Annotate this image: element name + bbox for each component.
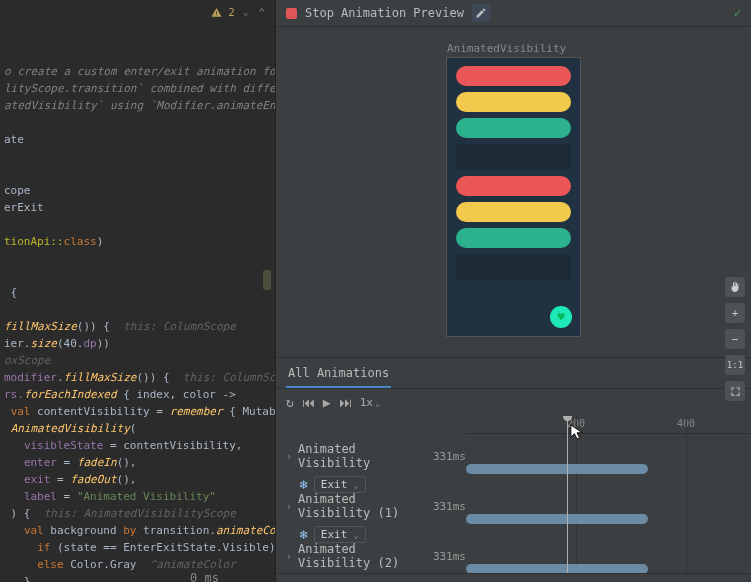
track-name: Animated Visibility xyxy=(298,442,427,470)
state-dropdown[interactable]: Exit ⌄ xyxy=(314,526,366,543)
editor-inspection-bar: 2 ⌄ ⌃ xyxy=(201,0,275,25)
chevron-right-icon: › xyxy=(286,551,292,562)
anim-tabbar: All Animations xyxy=(276,358,751,389)
timeline[interactable]: 2004006008001000 ›Animated Visibility331… xyxy=(276,416,751,573)
fab-favorite[interactable]: ♥ xyxy=(550,306,572,328)
freeze-button[interactable]: ❄ xyxy=(300,527,308,542)
tab-all-animations[interactable]: All Animations xyxy=(286,360,391,388)
playback-controls: ↻ ⏮ ▶ ⏭ 1x⌄ xyxy=(276,389,751,416)
zoom-reset-button[interactable]: 1:1 xyxy=(725,355,745,375)
track-name: Animated Visibility (2) xyxy=(298,542,427,570)
pan-tool-button[interactable] xyxy=(725,277,745,297)
color-bar xyxy=(456,254,571,280)
track-duration: 331ms xyxy=(433,500,466,513)
preview-title[interactable]: Stop Animation Preview xyxy=(305,6,464,20)
play-button[interactable]: ▶ xyxy=(323,395,331,410)
restart-button[interactable]: ↻ xyxy=(286,395,294,410)
fold-marker[interactable] xyxy=(263,270,271,290)
track-duration: 331ms xyxy=(433,450,466,463)
track-header[interactable]: ›Animated Visibility (1)331ms xyxy=(286,492,466,520)
warning-count: 2 xyxy=(228,4,235,21)
track: ›Animated Visibility (2)331ms❄Exit ⌄ xyxy=(286,542,466,573)
preview-canvas[interactable]: AnimatedVisibility ♥ + − 1:1 xyxy=(276,27,751,357)
color-bar xyxy=(456,144,571,170)
track-header[interactable]: ›Animated Visibility (2)331ms xyxy=(286,542,466,570)
timeline-bar[interactable] xyxy=(466,464,648,474)
zoom-in-button[interactable]: + xyxy=(725,303,745,323)
chevron-down-icon: ⌄ xyxy=(375,398,380,408)
mouse-cursor xyxy=(570,424,584,442)
status-ok-icon: ✓ xyxy=(734,6,741,20)
fit-screen-button[interactable] xyxy=(725,381,745,401)
skip-start-button[interactable]: ⏮ xyxy=(302,395,315,410)
footer-time-zero: 0 ms xyxy=(190,571,219,582)
device-label: AnimatedVisibility xyxy=(447,42,566,55)
track-name: Animated Visibility (1) xyxy=(298,492,427,520)
color-bar xyxy=(456,228,571,248)
color-bar xyxy=(456,66,571,86)
color-bar xyxy=(456,92,571,112)
hand-icon xyxy=(729,281,741,293)
freeze-button[interactable]: ❄ xyxy=(300,477,308,492)
pencil-icon xyxy=(475,7,487,19)
code-editor[interactable]: 2 ⌄ ⌃ o create a custom enter/exit anima… xyxy=(0,0,275,582)
device-frame: AnimatedVisibility ♥ xyxy=(446,57,581,337)
warning-icon xyxy=(211,7,222,18)
timeline-footer: 0 ms xyxy=(276,573,751,582)
preview-tool-column: + − 1:1 xyxy=(725,277,745,401)
chevron-right-icon: › xyxy=(286,501,292,512)
track: ›Animated Visibility331ms❄Exit ⌄ xyxy=(286,442,466,493)
color-bar xyxy=(456,202,571,222)
color-bar xyxy=(456,118,571,138)
playhead[interactable] xyxy=(567,416,568,573)
state-dropdown[interactable]: Exit ⌄ xyxy=(314,476,366,493)
chevron-down-icon: ⌄ xyxy=(353,530,358,540)
zoom-out-button[interactable]: − xyxy=(725,329,745,349)
chevron-down-icon[interactable]: ⌄ xyxy=(243,4,248,21)
chevron-right-icon: › xyxy=(286,451,292,462)
track-header[interactable]: ›Animated Visibility331ms xyxy=(286,442,466,470)
speed-dropdown[interactable]: 1x⌄ xyxy=(360,396,381,409)
heart-icon: ♥ xyxy=(557,310,564,324)
stop-icon[interactable] xyxy=(286,8,297,19)
track: ›Animated Visibility (1)331ms❄Exit ⌄ xyxy=(286,492,466,543)
skip-end-button[interactable]: ⏭ xyxy=(339,395,352,410)
preview-toolbar: Stop Animation Preview ✓ xyxy=(276,0,751,27)
animation-panel: All Animations ↻ ⏮ ▶ ⏭ 1x⌄ 2004006008001… xyxy=(276,357,751,582)
edit-button[interactable] xyxy=(472,4,490,22)
track-duration: 331ms xyxy=(433,550,466,563)
timeline-bar[interactable] xyxy=(466,514,648,524)
expand-icon xyxy=(730,386,741,397)
code-block: o create a custom enter/exit animation f… xyxy=(4,6,275,582)
chevron-down-icon: ⌄ xyxy=(353,480,358,490)
timeline-bar[interactable] xyxy=(466,564,648,573)
color-bar xyxy=(456,176,571,196)
